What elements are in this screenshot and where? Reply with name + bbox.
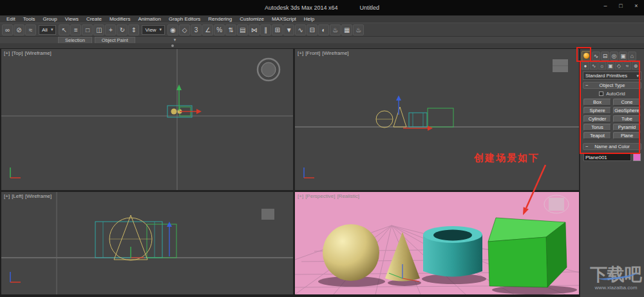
- sphere-object[interactable]: [323, 224, 379, 281]
- snaps-toggle-icon[interactable]: 3: [191, 24, 202, 35]
- object-type-button-cylinder[interactable]: Cylinder: [583, 115, 611, 122]
- select-object-icon[interactable]: ↖: [59, 24, 70, 35]
- systems-category-icon[interactable]: ⊕: [632, 62, 639, 70]
- object-type-button-tube[interactable]: Tube: [613, 115, 641, 122]
- use-pivot-center-icon[interactable]: ◉: [167, 24, 178, 35]
- viewport-menu-button[interactable]: [+]: [298, 50, 303, 56]
- tube-object[interactable]: [409, 113, 427, 127]
- viewport-menu-button[interactable]: [+]: [4, 193, 10, 199]
- align-icon[interactable]: ∥: [260, 24, 271, 35]
- viewport-name-label[interactable]: [Perspective]: [305, 193, 335, 199]
- viewport-name-label[interactable]: [Front]: [305, 50, 320, 56]
- cone-object[interactable]: [393, 107, 406, 127]
- viewport-navigation-wheel-icon[interactable]: [258, 59, 279, 81]
- material-editor-icon[interactable]: ◐: [318, 24, 329, 35]
- select-and-link-icon[interactable]: ∞: [2, 24, 13, 35]
- menu-views[interactable]: Views: [61, 15, 82, 23]
- transform-gizmo[interactable]: [131, 222, 172, 258]
- menu-modifiers[interactable]: Modifiers: [106, 15, 134, 23]
- curve-editor-icon[interactable]: ∿: [295, 24, 306, 35]
- object-type-button-cone[interactable]: Cone: [613, 99, 641, 106]
- mirror-icon[interactable]: ⋈: [249, 24, 260, 35]
- viewport-top[interactable]: [+] [Top] [Wireframe]: [1, 49, 293, 190]
- autogrid-checkbox[interactable]: [599, 91, 603, 96]
- layer-manager-icon[interactable]: ⊞: [272, 24, 283, 35]
- object-type-button-teapot[interactable]: Teapot: [583, 132, 611, 139]
- modify-tab-icon[interactable]: ∿: [592, 52, 600, 61]
- geometry-category-icon[interactable]: ●: [582, 62, 589, 70]
- menu-help[interactable]: Help: [300, 15, 318, 23]
- lights-category-icon[interactable]: ☼: [598, 62, 606, 70]
- name-color-rollout[interactable]: − Name and Color: [583, 143, 641, 150]
- viewport-shading-label[interactable]: [Wireframe]: [25, 193, 52, 199]
- menu-edit[interactable]: Edit: [3, 15, 19, 23]
- menu-customize[interactable]: Customize: [236, 15, 268, 23]
- rendered-frame-window-icon[interactable]: ▦: [341, 24, 352, 35]
- rectangular-selection-icon[interactable]: □: [82, 24, 93, 35]
- ribbon-tab-selection[interactable]: Selection: [58, 37, 92, 43]
- menu-create[interactable]: Create: [82, 15, 106, 23]
- viewport-perspective[interactable]: [+] [Perspective] [Realistic]: [295, 192, 579, 294]
- tube-object[interactable]: [423, 226, 482, 277]
- window-crossing-icon[interactable]: ◫: [93, 24, 104, 35]
- object-type-button-pyramid[interactable]: Pyramid: [613, 124, 641, 131]
- spinner-snap-icon[interactable]: ⇅: [225, 24, 236, 35]
- viewport-front[interactable]: [+] [Front] [Wireframe]: [295, 49, 579, 190]
- menu-group[interactable]: Group: [39, 15, 61, 23]
- menu-tools[interactable]: Tools: [19, 15, 39, 23]
- hierarchy-tab-icon[interactable]: ⊟: [601, 52, 609, 61]
- select-by-name-icon[interactable]: ≡: [70, 24, 81, 35]
- object-type-button-geosphere[interactable]: GeoSphere: [613, 107, 641, 114]
- unlink-selection-icon[interactable]: ⊘: [14, 24, 24, 35]
- ribbon-handle[interactable]: [0, 43, 644, 48]
- select-move-icon[interactable]: +: [105, 24, 116, 35]
- render-setup-icon[interactable]: ♨: [330, 24, 341, 35]
- viewport-name-label[interactable]: [Top]: [12, 50, 23, 56]
- render-production-icon[interactable]: ♨: [353, 24, 364, 35]
- viewport-left[interactable]: [+] [Left] [Wireframe]: [1, 192, 293, 294]
- viewport-shading-label[interactable]: [Realistic]: [337, 193, 359, 199]
- cameras-category-icon[interactable]: ▣: [607, 62, 614, 70]
- box-object[interactable]: [428, 108, 453, 127]
- viewport-shading-label[interactable]: [Wireframe]: [24, 50, 51, 56]
- bind-to-space-warp-icon[interactable]: ≈: [25, 24, 36, 35]
- object-color-swatch[interactable]: [633, 153, 641, 161]
- object-type-button-torus[interactable]: Torus: [583, 124, 611, 131]
- create-tab-icon[interactable]: [582, 51, 591, 61]
- box-object[interactable]: [488, 218, 567, 287]
- viewport-menu-button[interactable]: [+]: [4, 50, 10, 56]
- coordinate-system-dropdown[interactable]: View ▾: [142, 25, 165, 35]
- menu-maxscript[interactable]: MAXScript: [268, 15, 300, 23]
- close-button[interactable]: ×: [632, 3, 640, 9]
- edit-named-selection-icon[interactable]: ▤: [237, 24, 248, 35]
- viewport-shading-label[interactable]: [Wireframe]: [322, 50, 348, 56]
- object-name-input[interactable]: [583, 153, 631, 161]
- minimize-button[interactable]: –: [601, 3, 609, 9]
- angle-snap-icon[interactable]: ∠: [202, 24, 213, 35]
- helpers-category-icon[interactable]: ◇: [615, 62, 623, 70]
- percent-snap-icon[interactable]: %: [214, 24, 225, 35]
- box-object[interactable]: [147, 224, 176, 258]
- selection-filter-dropdown[interactable]: All ▾: [39, 25, 56, 35]
- sphere-object[interactable]: [376, 111, 393, 128]
- motion-tab-icon[interactable]: ◎: [610, 52, 618, 61]
- utilities-tab-icon[interactable]: ⌂: [628, 52, 636, 61]
- menu-graph-editors[interactable]: Graph Editors: [165, 15, 204, 23]
- display-tab-icon[interactable]: ▣: [619, 52, 627, 61]
- maximize-button[interactable]: □: [617, 3, 625, 9]
- viewport-menu-button[interactable]: [+]: [298, 193, 303, 199]
- select-rotate-icon[interactable]: ↻: [117, 24, 128, 35]
- schematic-view-icon[interactable]: ⊟: [307, 24, 317, 35]
- object-type-button-plane[interactable]: Plane: [613, 132, 641, 139]
- view-cube-icon[interactable]: [553, 59, 568, 72]
- primitives-dropdown[interactable]: Standard Primitives ▾: [583, 72, 641, 80]
- graphite-toolbar-icon[interactable]: ▼: [283, 24, 294, 35]
- object-type-button-box[interactable]: Box: [583, 99, 611, 106]
- viewport-name-label[interactable]: [Left]: [12, 193, 23, 199]
- menu-animation[interactable]: Animation: [134, 15, 165, 23]
- ribbon-collapse-button[interactable]: ▾: [174, 37, 176, 43]
- view-cube-icon[interactable]: [261, 209, 274, 220]
- object-type-rollout[interactable]: − Object Type: [583, 82, 641, 89]
- ribbon-tab-object-paint[interactable]: Object Paint: [95, 37, 135, 43]
- select-manipulate-icon[interactable]: ◇: [179, 24, 190, 35]
